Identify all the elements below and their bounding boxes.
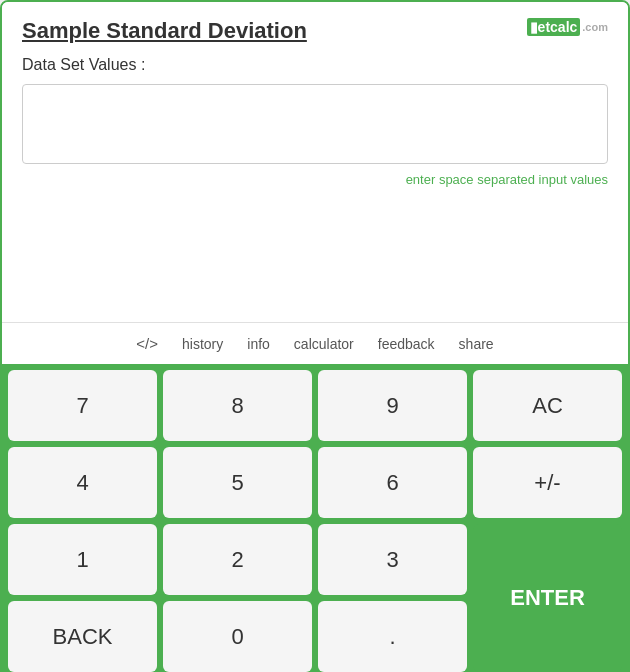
- key-5[interactable]: 5: [163, 447, 312, 518]
- data-set-label: Data Set Values :: [22, 56, 608, 74]
- input-hint: enter space separated input values: [22, 172, 608, 187]
- tab-info[interactable]: info: [247, 334, 270, 354]
- logo: ▮etcalc.com: [527, 18, 608, 36]
- key-dot[interactable]: .: [318, 601, 467, 672]
- data-input[interactable]: [22, 84, 608, 164]
- key-0[interactable]: 0: [163, 601, 312, 672]
- key-enter[interactable]: ENTER: [473, 524, 622, 672]
- key-6[interactable]: 6: [318, 447, 467, 518]
- key-8[interactable]: 8: [163, 370, 312, 441]
- logo-com: .com: [582, 21, 608, 33]
- key-2[interactable]: 2: [163, 524, 312, 595]
- tab-share[interactable]: share: [459, 334, 494, 354]
- top-section: Sample Standard Deviation ▮etcalc.com Da…: [2, 2, 628, 322]
- key-9[interactable]: 9: [318, 370, 467, 441]
- key-3[interactable]: 3: [318, 524, 467, 595]
- title-row: Sample Standard Deviation ▮etcalc.com: [22, 18, 608, 44]
- key-7[interactable]: 7: [8, 370, 157, 441]
- key-plus-minus[interactable]: +/-: [473, 447, 622, 518]
- key-ac[interactable]: AC: [473, 370, 622, 441]
- tab-history[interactable]: history: [182, 334, 223, 354]
- nav-tabs: </> history info calculator feedback sha…: [2, 322, 628, 364]
- key-1[interactable]: 1: [8, 524, 157, 595]
- tab-feedback[interactable]: feedback: [378, 334, 435, 354]
- keypad: 7 8 9 AC 4 5 6 +/- 1 2 3 ENTER BACK 0 .: [2, 364, 628, 672]
- calculator-container: Sample Standard Deviation ▮etcalc.com Da…: [0, 0, 630, 672]
- key-4[interactable]: 4: [8, 447, 157, 518]
- tab-calculator[interactable]: calculator: [294, 334, 354, 354]
- page-title: Sample Standard Deviation: [22, 18, 307, 44]
- tab-code[interactable]: </>: [136, 333, 158, 354]
- logo-get: ▮etcalc: [527, 18, 581, 36]
- key-back[interactable]: BACK: [8, 601, 157, 672]
